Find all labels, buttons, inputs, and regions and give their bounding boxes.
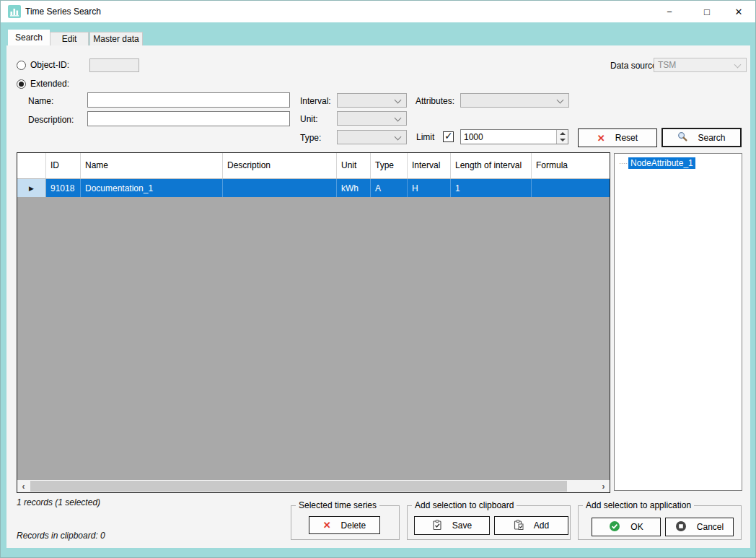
cell-description — [223, 179, 337, 197]
interval-label: Interval: — [300, 96, 331, 106]
grid-header-length-of-interval[interactable]: Length of interval — [451, 153, 532, 178]
unit-dropdown[interactable] — [337, 111, 407, 126]
tab-edit[interactable]: Edit — [50, 32, 89, 45]
tab-master-data[interactable]: Master data — [89, 32, 143, 45]
description-label: Description: — [28, 115, 74, 125]
maximize-button[interactable]: □ — [691, 1, 723, 22]
type-label: Type: — [300, 133, 321, 143]
grid-header-name[interactable]: Name — [81, 153, 223, 178]
object-id-input[interactable] — [89, 58, 139, 72]
limit-value-input[interactable] — [461, 130, 555, 144]
scrollbar-thumb[interactable] — [30, 481, 567, 492]
tree-line-icon: ···· — [619, 160, 628, 167]
title-bar: Time Series Search − □ ✕ — [1, 1, 755, 22]
magnifier-icon — [677, 131, 687, 144]
description-input[interactable] — [87, 111, 290, 126]
horizontal-scrollbar[interactable]: ‹ › — [17, 480, 610, 492]
cell-interval: H — [408, 179, 451, 197]
app-bar-chart-icon — [8, 5, 21, 18]
app-window: Time Series Search − □ ✕ Search Edit Mas… — [0, 0, 756, 558]
add-button[interactable]: Add — [494, 516, 568, 535]
cell-formula — [532, 179, 610, 197]
extended-label: Extended: — [30, 79, 69, 89]
records-status: 1 records (1 selected) — [17, 497, 100, 507]
clipboard-check-icon — [432, 520, 442, 532]
grid-header-description[interactable]: Description — [223, 153, 337, 178]
results-grid: ID Name Description Unit Type Interval L… — [17, 152, 610, 493]
object-id-radio[interactable] — [17, 61, 26, 70]
tab-search[interactable]: Search — [8, 30, 50, 45]
spinner-arrows — [556, 130, 568, 144]
grid-header-interval[interactable]: Interval — [408, 153, 451, 178]
chevron-down-icon — [395, 134, 402, 141]
delete-button[interactable]: ✕ Delete — [309, 516, 380, 534]
object-id-label: Object-ID: — [30, 60, 69, 70]
radio-dot-icon — [19, 82, 24, 87]
cell-unit: kWh — [337, 179, 371, 197]
data-source-label: Data source: — [610, 61, 659, 71]
group-add-to-application: Add selection to application OK — [578, 505, 742, 540]
chevron-down-icon — [395, 115, 402, 122]
green-check-circle-icon — [609, 520, 620, 534]
red-x-icon: ✕ — [597, 134, 605, 143]
save-button[interactable]: Save — [414, 516, 490, 535]
chevron-down-icon — [395, 97, 402, 104]
red-x-icon: ✕ — [323, 520, 331, 530]
close-button[interactable]: ✕ — [723, 1, 755, 22]
grid-header-unit[interactable]: Unit — [337, 153, 371, 178]
minimize-button[interactable]: − — [654, 1, 685, 22]
name-label: Name: — [28, 96, 53, 106]
chevron-down-icon — [734, 61, 742, 69]
attributes-dropdown[interactable] — [460, 93, 569, 108]
window-title: Time Series Search — [25, 1, 101, 22]
spin-up-icon[interactable] — [560, 132, 566, 135]
grid-header-id[interactable]: ID — [46, 153, 81, 178]
chevron-down-icon — [557, 97, 564, 104]
cell-id: 91018 — [46, 179, 81, 197]
interval-dropdown[interactable] — [337, 93, 407, 108]
scroll-left-icon[interactable]: ‹ — [17, 480, 30, 492]
grid-header-type[interactable]: Type — [371, 153, 408, 178]
reset-button[interactable]: ✕ Reset — [578, 128, 657, 147]
group-add-to-clipboard: Add selection to clipboard Save — [407, 505, 571, 540]
attributes-label: Attributes: — [416, 96, 454, 106]
clipboard-add-icon — [514, 520, 524, 532]
search-tab-page: Object-ID: Extended: Name: Description: … — [6, 45, 750, 548]
scroll-right-icon[interactable]: › — [597, 480, 610, 492]
cancel-button[interactable]: Cancel — [665, 518, 734, 536]
attribute-tree-panel: ···· NodeAttribute_1 — [614, 153, 742, 491]
checkmark-icon: ✓ — [444, 130, 453, 141]
type-dropdown[interactable] — [337, 130, 407, 144]
grid-header-selector[interactable] — [17, 153, 46, 178]
cell-length-of-interval: 1 — [451, 179, 532, 197]
limit-spinner — [460, 129, 568, 144]
data-source-dropdown[interactable]: TSM — [654, 58, 747, 72]
unit-label: Unit: — [300, 114, 318, 124]
spin-down-icon[interactable] — [560, 139, 566, 141]
grid-empty-area — [17, 197, 610, 480]
group-selected-time-series: Selected time series ✕ Delete — [291, 505, 400, 540]
extended-radio[interactable] — [17, 79, 26, 89]
cell-name: Documentation_1 — [81, 179, 223, 197]
tree-item-nodeattribute[interactable]: ···· NodeAttribute_1 — [616, 157, 740, 169]
cell-type: A — [371, 179, 408, 197]
grid-header-row: ID Name Description Unit Type Interval L… — [17, 153, 610, 179]
clipboard-status: Records in clipboard: 0 — [17, 531, 105, 541]
name-input[interactable] — [87, 92, 290, 108]
limit-checkbox[interactable]: ✓ — [443, 131, 454, 142]
limit-label: Limit — [416, 132, 434, 142]
grid-header-formula[interactable]: Formula — [532, 153, 610, 178]
row-marker-icon: ▶ — [17, 179, 46, 197]
stop-circle-icon — [675, 520, 687, 534]
ok-button[interactable]: OK — [592, 518, 661, 536]
search-button[interactable]: Search — [662, 128, 742, 147]
table-row[interactable]: ▶ 91018 Documentation_1 kWh A H 1 — [17, 179, 610, 197]
